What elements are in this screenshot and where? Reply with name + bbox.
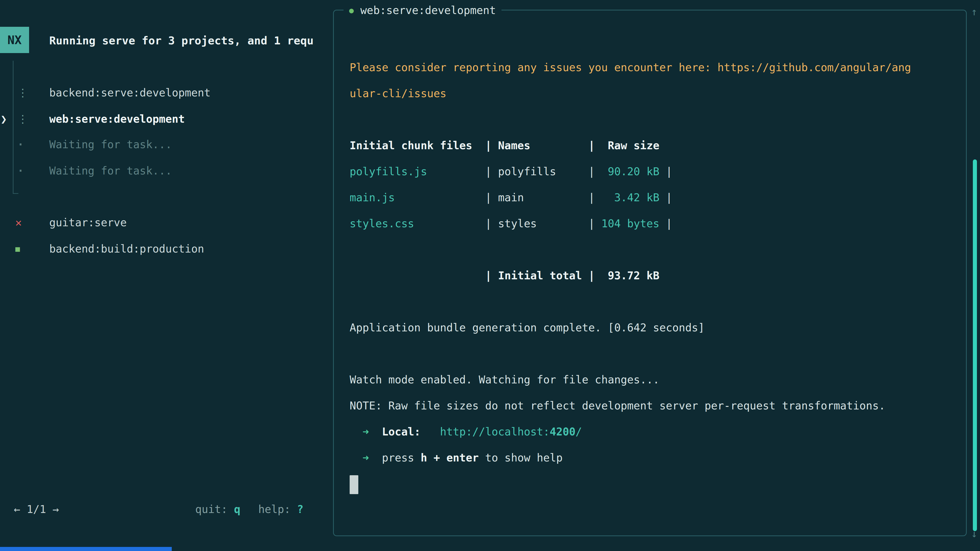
spinner-icon: ⋮ xyxy=(18,113,49,125)
note-line: NOTE: Raw file sizes do not reflect deve… xyxy=(350,393,958,419)
output-pane: ●web:serve:development Please consider r… xyxy=(333,10,967,536)
header-raw-size: Raw size xyxy=(601,133,659,159)
table-row-styles: styles.css|styles|104 bytes| xyxy=(350,211,958,237)
cursor-line xyxy=(350,471,958,497)
terminal-cursor xyxy=(350,475,358,494)
task-label: Waiting for task... xyxy=(49,138,172,151)
column-separator: | xyxy=(589,139,595,152)
chunk-name-cell: main xyxy=(498,185,582,211)
task-label: Waiting for task... xyxy=(49,165,172,177)
watch-mode-line: Watch mode enabled. Watching for file ch… xyxy=(350,367,958,393)
press-label: press xyxy=(382,451,414,464)
arrow-icon: ➜ xyxy=(363,451,369,464)
pane-title: ●web:serve:development xyxy=(344,3,501,18)
help-hint: help:? xyxy=(258,496,304,522)
file-name-cell: main.js xyxy=(350,185,479,211)
header-names: Names xyxy=(498,133,582,159)
initial-total-label: Initial total xyxy=(498,263,582,289)
scroll-down-arrow[interactable]: ↓ xyxy=(969,526,980,541)
task-label: backend:serve:development xyxy=(49,86,210,99)
blank-line xyxy=(350,341,958,367)
help-key: ? xyxy=(297,503,304,516)
raw-size-cell: 104 bytes xyxy=(601,211,659,237)
file-name-cell: styles.css xyxy=(350,211,479,237)
task-row-backend-serve-development[interactable]: ⋮backend:serve:development xyxy=(18,79,210,106)
quit-key: q xyxy=(234,503,240,516)
blank-line xyxy=(350,289,958,315)
task-label: web:serve:development xyxy=(49,113,185,125)
bundle-complete-line: Application bundle generation complete. … xyxy=(350,315,958,341)
issue-report-line-1: Please consider reporting any issues you… xyxy=(350,55,958,81)
initial-total-size: 93.72 kB xyxy=(601,263,659,289)
task-label: backend:build:production xyxy=(49,243,204,255)
local-url-line: ➜Local:http://localhost:4200/ xyxy=(350,419,958,445)
column-separator: | xyxy=(485,269,492,282)
task-row-waiting-2[interactable]: ·Waiting for task... xyxy=(18,158,172,184)
help-hint-line: ➜pressh+enterto show help xyxy=(350,445,958,471)
help-suffix: to show help xyxy=(485,451,563,464)
chunk-name-cell: styles xyxy=(498,211,582,237)
header-initial-chunk-files: Initial chunk files xyxy=(350,133,479,159)
key-h: h xyxy=(421,451,427,464)
blank-line xyxy=(350,106,958,133)
column-separator: | xyxy=(666,191,672,204)
plus-sign: + xyxy=(434,451,440,464)
waiting-dot-icon: · xyxy=(18,138,49,151)
column-separator: | xyxy=(589,191,595,204)
scroll-up-arrow[interactable]: ↑ xyxy=(969,4,980,19)
table-row-main: main.js|main|3.42 kB| xyxy=(350,185,958,211)
chunk-name-cell: polyfills xyxy=(498,159,582,185)
task-label: guitar:serve xyxy=(49,216,127,229)
running-dot-icon: ● xyxy=(349,6,354,15)
issue-report-line-2: ular-cli/issues xyxy=(350,81,958,106)
file-name-cell: polyfills.js xyxy=(350,159,479,185)
quit-hint: quit:q xyxy=(195,496,240,522)
column-separator: | xyxy=(666,165,672,178)
task-tree-line xyxy=(13,61,14,194)
column-separator: | xyxy=(485,218,492,230)
blank-line xyxy=(350,237,958,263)
nx-tui-app: NX Running serve for 3 projects, and 1 r… xyxy=(0,0,980,551)
scrollbar-thumb[interactable] xyxy=(973,159,977,531)
column-separator: | xyxy=(485,191,492,204)
waiting-dot-icon: · xyxy=(18,165,49,177)
nx-logo: NX xyxy=(0,27,29,53)
column-separator: | xyxy=(666,218,672,230)
success-square-icon: ■ xyxy=(15,245,49,253)
column-separator: | xyxy=(589,165,595,178)
localhost-port[interactable]: 4200 xyxy=(550,426,576,438)
local-label: Local: xyxy=(382,426,421,438)
column-separator: | xyxy=(589,218,595,230)
bottom-blue-strip xyxy=(0,547,172,551)
selected-arrow-icon: ❯ xyxy=(0,113,7,125)
column-separator: | xyxy=(485,139,492,152)
arrow-icon: ➜ xyxy=(363,426,369,438)
task-row-guitar-serve[interactable]: ✕guitar:serve xyxy=(15,210,127,235)
terminal-output: Please consider reporting any issues you… xyxy=(350,55,958,497)
table-total-row: |Initial total|93.72 kB xyxy=(350,263,958,289)
task-row-waiting-1[interactable]: ·Waiting for task... xyxy=(18,131,172,157)
table-row-polyfills: polyfills.js|polyfills|90.20 kB| xyxy=(350,159,958,185)
raw-size-cell: 3.42 kB xyxy=(601,185,659,211)
localhost-url-slash[interactable]: / xyxy=(576,426,582,438)
pane-title-text: web:serve:development xyxy=(360,4,496,17)
column-separator: | xyxy=(485,165,492,178)
failed-cross-icon: ✕ xyxy=(15,216,49,229)
table-header-row: Initial chunk files|Names|Raw size xyxy=(350,133,958,159)
task-row-web-serve-development[interactable]: ❯⋮web:serve:development xyxy=(18,106,185,132)
key-enter: enter xyxy=(446,451,479,464)
spinner-icon: ⋮ xyxy=(18,86,49,99)
task-row-backend-build-production[interactable]: ■backend:build:production xyxy=(15,236,204,262)
sidebar-heading: Running serve for 3 projects, and 1 requ xyxy=(49,27,313,54)
raw-size-cell: 90.20 kB xyxy=(601,159,659,185)
column-separator: | xyxy=(589,269,595,282)
localhost-url[interactable]: http://localhost: xyxy=(440,426,550,438)
quit-label: quit: xyxy=(195,503,228,516)
pager[interactable]: ← 1/1 → xyxy=(14,496,59,522)
help-label: help: xyxy=(258,503,290,516)
